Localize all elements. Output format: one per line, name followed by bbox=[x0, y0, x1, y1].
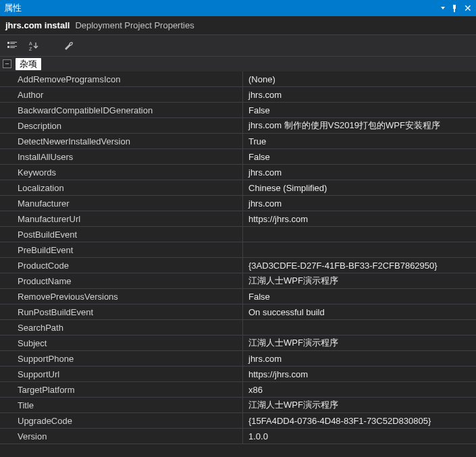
category-label: 杂项 bbox=[16, 58, 41, 70]
property-name: Title bbox=[0, 398, 243, 412]
property-row[interactable]: Keywordsjhrs.com bbox=[0, 165, 476, 180]
property-name: SearchPath bbox=[0, 320, 243, 335]
property-row[interactable]: RemovePreviousVersionsFalse bbox=[0, 289, 476, 304]
property-row[interactable]: PreBuildEvent bbox=[0, 242, 476, 258]
property-row[interactable]: ProductName江湖人士WPF演示程序 bbox=[0, 273, 476, 289]
property-name: Description bbox=[0, 118, 243, 133]
property-name: Author bbox=[0, 87, 243, 102]
svg-rect-4 bbox=[10, 46, 17, 47]
categorized-button[interactable] bbox=[4, 38, 20, 54]
property-row[interactable]: Subject江湖人士WPF演示程序 bbox=[0, 335, 476, 351]
property-value[interactable]: (None) bbox=[243, 72, 476, 86]
property-row[interactable]: UpgradeCode{15FA4DD4-0736-4D48-83F1-73C5… bbox=[0, 413, 476, 429]
property-row[interactable]: RunPostBuildEventOn successful build bbox=[0, 304, 476, 320]
panel-title: 属性 bbox=[4, 2, 22, 14]
property-pages-button[interactable] bbox=[61, 38, 77, 54]
property-row[interactable]: TargetPlatformx86 bbox=[0, 382, 476, 398]
property-name: PostBuildEvent bbox=[0, 227, 243, 242]
property-row[interactable]: Title江湖人士WPF演示程序 bbox=[0, 398, 476, 413]
property-name: InstallAllUsers bbox=[0, 149, 243, 164]
property-row[interactable]: AddRemoveProgramsIcon(None) bbox=[0, 72, 476, 87]
property-value[interactable]: jhrs.com bbox=[243, 87, 476, 102]
property-row[interactable]: Version1.0.0 bbox=[0, 429, 476, 444]
property-name: UpgradeCode bbox=[0, 413, 243, 428]
property-value[interactable]: https://jhrs.com bbox=[243, 367, 476, 381]
property-value[interactable]: False bbox=[243, 289, 476, 304]
property-row[interactable]: ProductCode{3AD3CDFE-D27F-41FB-BF33-F2CF… bbox=[0, 258, 476, 273]
property-value[interactable]: 江湖人士WPF演示程序 bbox=[243, 335, 476, 350]
property-value[interactable]: https://jhrs.com bbox=[243, 211, 476, 226]
property-row[interactable]: ManufacturerUrlhttps://jhrs.com bbox=[0, 211, 476, 227]
svg-rect-0 bbox=[7, 42, 9, 44]
property-row[interactable]: SearchPath bbox=[0, 320, 476, 335]
alphabetical-button[interactable]: AZ bbox=[26, 38, 42, 54]
property-name: ProductName bbox=[0, 273, 243, 288]
property-name: RunPostBuildEvent bbox=[0, 304, 243, 319]
property-value[interactable]: jhrs.com 制作的使用VS2019打包的WPF安装程序 bbox=[243, 118, 476, 133]
property-row[interactable]: BackwardCompatibleIDGenerationFalse bbox=[0, 103, 476, 118]
svg-text:Z: Z bbox=[29, 47, 32, 51]
property-value[interactable]: x86 bbox=[243, 382, 476, 397]
property-value[interactable]: On successful build bbox=[243, 304, 476, 319]
pin-icon[interactable] bbox=[450, 4, 458, 12]
property-value[interactable] bbox=[243, 320, 476, 335]
property-row[interactable]: DetectNewerInstalledVersionTrue bbox=[0, 134, 476, 149]
property-name: Subject bbox=[0, 335, 243, 350]
property-name: Localization bbox=[0, 180, 243, 195]
panel-titlebar: 属性 ✕ bbox=[0, 0, 476, 16]
property-value[interactable]: jhrs.com bbox=[243, 196, 476, 211]
property-name: ManufacturerUrl bbox=[0, 211, 243, 226]
svg-rect-1 bbox=[10, 42, 17, 43]
property-row[interactable]: InstallAllUsersFalse bbox=[0, 149, 476, 165]
property-value[interactable] bbox=[243, 227, 476, 242]
property-value[interactable]: jhrs.com bbox=[243, 165, 476, 180]
property-grid: − 杂项 AddRemoveProgramsIcon(None)Authorjh… bbox=[0, 57, 476, 457]
property-name: Keywords bbox=[0, 165, 243, 180]
property-row[interactable]: Descriptionjhrs.com 制作的使用VS2019打包的WPF安装程… bbox=[0, 118, 476, 134]
window-menu-icon[interactable] bbox=[441, 7, 445, 9]
object-header[interactable]: jhrs.com install Deployment Project Prop… bbox=[0, 16, 476, 35]
property-value[interactable]: jhrs.com bbox=[243, 351, 476, 366]
property-name: AddRemoveProgramsIcon bbox=[0, 72, 243, 86]
property-value[interactable]: False bbox=[243, 149, 476, 164]
property-name: DetectNewerInstalledVersion bbox=[0, 134, 243, 149]
property-value[interactable]: {3AD3CDFE-D27F-41FB-BF33-F2CFB7862950} bbox=[243, 258, 476, 273]
object-type: Deployment Project Properties bbox=[75, 20, 194, 30]
property-name: Manufacturer bbox=[0, 196, 243, 211]
property-row[interactable]: PostBuildEvent bbox=[0, 227, 476, 242]
object-name: jhrs.com install bbox=[5, 20, 70, 30]
property-name: TargetPlatform bbox=[0, 382, 243, 397]
property-row[interactable]: LocalizationChinese (Simplified) bbox=[0, 180, 476, 196]
property-value[interactable] bbox=[243, 242, 476, 257]
property-name: SupportPhone bbox=[0, 351, 243, 366]
property-value[interactable]: {15FA4DD4-0736-4D48-83F1-73C52D830805} bbox=[243, 413, 476, 428]
category-row[interactable]: − 杂项 bbox=[0, 57, 476, 72]
svg-rect-5 bbox=[10, 47, 15, 48]
property-row[interactable]: SupportUrlhttps://jhrs.com bbox=[0, 367, 476, 382]
property-value[interactable]: True bbox=[243, 134, 476, 149]
svg-rect-3 bbox=[7, 46, 9, 48]
property-name: SupportUrl bbox=[0, 367, 243, 381]
property-name: RemovePreviousVersions bbox=[0, 289, 243, 304]
property-value[interactable]: False bbox=[243, 103, 476, 117]
property-row[interactable]: Authorjhrs.com bbox=[0, 87, 476, 103]
property-value[interactable]: 江湖人士WPF演示程序 bbox=[243, 398, 476, 412]
property-row[interactable]: SupportPhonejhrs.com bbox=[0, 351, 476, 367]
svg-text:A: A bbox=[29, 41, 32, 46]
property-name: ProductCode bbox=[0, 258, 243, 273]
property-row[interactable]: Manufacturerjhrs.com bbox=[0, 196, 476, 211]
svg-rect-2 bbox=[10, 43, 15, 44]
close-icon[interactable]: ✕ bbox=[464, 3, 472, 13]
property-name: PreBuildEvent bbox=[0, 242, 243, 257]
property-name: BackwardCompatibleIDGeneration bbox=[0, 103, 243, 117]
property-value[interactable]: 江湖人士WPF演示程序 bbox=[243, 273, 476, 288]
properties-toolbar: AZ bbox=[0, 35, 476, 57]
property-value[interactable]: Chinese (Simplified) bbox=[243, 180, 476, 195]
property-value[interactable]: 1.0.0 bbox=[243, 429, 476, 443]
property-name: Version bbox=[0, 429, 243, 443]
expand-collapse-icon[interactable]: − bbox=[3, 59, 11, 68]
